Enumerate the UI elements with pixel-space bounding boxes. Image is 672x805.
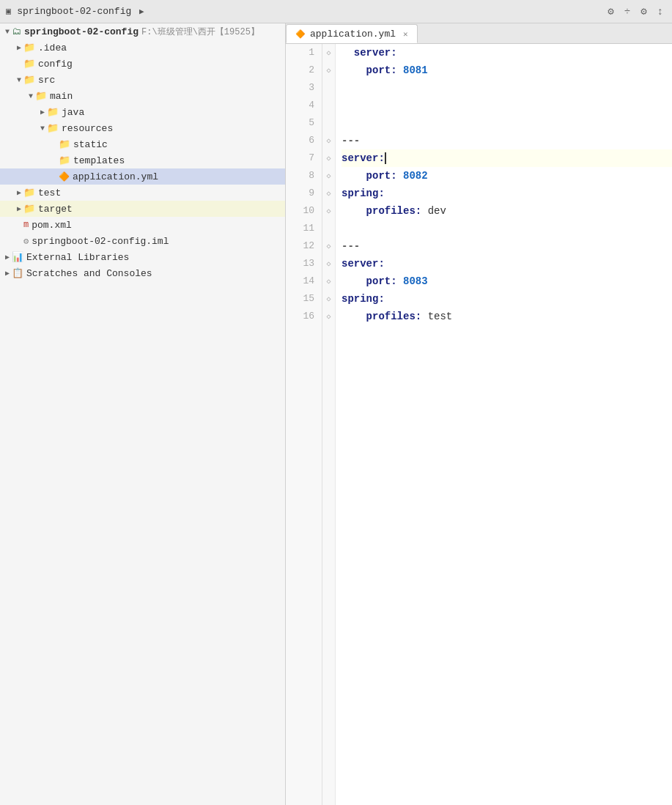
static-icon: 📁 — [59, 138, 70, 150]
title-bar: ▣ springboot-02-config ⚙ ÷ ⚙ ↕ — [0, 0, 672, 23]
target-icon: 📁 — [23, 203, 35, 215]
tree-item-application-yml[interactable]: 🔶 application.yml — [0, 168, 285, 185]
fold-9[interactable]: ◇ — [322, 185, 335, 202]
tree-item-idea[interactable]: 📁 .idea — [0, 40, 285, 56]
resources-label: resources — [62, 123, 113, 134]
code-line-16: profiles: test — [341, 308, 672, 325]
tree-item-main[interactable]: 📁 main — [0, 88, 285, 104]
divide-icon[interactable]: ÷ — [621, 4, 633, 19]
tree-item-test[interactable]: 📁 test — [0, 185, 285, 201]
gutter-3 — [322, 79, 335, 97]
gutter-5 — [322, 114, 335, 132]
tree-item-scratches[interactable]: 📋 Scratches and Consoles — [0, 265, 285, 281]
java-label: java — [62, 107, 84, 118]
tab-application-yml[interactable]: 🔶 application.yml ✕ — [286, 24, 418, 43]
expand-icon[interactable]: ↕ — [654, 4, 666, 19]
gutter-11 — [322, 220, 335, 237]
tree-item-java[interactable]: 📁 java — [0, 104, 285, 120]
code-line-12: --- — [341, 237, 672, 255]
pom-label: pom.xml — [32, 220, 72, 231]
resources-icon: 📁 — [47, 122, 59, 134]
tree-item-templates[interactable]: 📁 templates — [0, 152, 285, 168]
root-arrow — [3, 28, 12, 36]
fold-6[interactable]: ◇ — [322, 132, 335, 149]
config-label: config — [38, 59, 73, 70]
fold-12[interactable]: ◇ — [322, 237, 335, 255]
target-label: target — [38, 204, 73, 215]
code-line-15: spring: — [341, 290, 672, 308]
fold-7[interactable]: ◇ — [322, 149, 335, 167]
java-icon: 📁 — [47, 106, 59, 118]
iml-label: springboot-02-config.iml — [32, 236, 169, 247]
iml-icon: ⚙ — [23, 236, 29, 247]
settings-icon[interactable]: ⚙ — [638, 4, 649, 19]
code-line-9: spring: — [341, 185, 672, 202]
root-label: springboot-02-config — [24, 26, 139, 37]
code-area[interactable]: server: port: 8081 --- server: — [336, 44, 672, 805]
fold-1[interactable]: ◇ — [322, 44, 335, 62]
app-yml-icon: 🔶 — [59, 171, 70, 182]
main-label: main — [50, 91, 73, 102]
code-line-1: server: — [341, 44, 672, 62]
code-line-2: port: 8081 — [341, 62, 672, 79]
sync-icon[interactable]: ⚙ — [605, 4, 616, 19]
ext-libs-arrow — [3, 253, 12, 261]
code-line-10: profiles: dev — [341, 202, 672, 220]
fold-16[interactable]: ◇ — [322, 308, 335, 325]
code-line-11 — [341, 220, 672, 237]
tree-item-pom[interactable]: m pom.xml — [0, 217, 285, 233]
code-line-3 — [341, 79, 672, 97]
fold-15[interactable]: ◇ — [322, 290, 335, 308]
idea-arrow — [15, 43, 23, 52]
templates-label: templates — [73, 155, 125, 166]
tree-item-resources[interactable]: 📁 resources — [0, 120, 285, 136]
idea-icon: 📁 — [23, 42, 35, 53]
project-title: springboot-02-config — [17, 6, 131, 17]
tree-item-static[interactable]: 📁 static — [0, 136, 285, 152]
ext-libs-label: External Libraries — [26, 252, 129, 263]
tree-item-config[interactable]: 📁 config — [0, 56, 285, 72]
src-label: src — [38, 75, 55, 86]
scratches-label: Scratches and Consoles — [26, 268, 152, 279]
tab-close-icon[interactable]: ✕ — [403, 29, 408, 39]
gutter: ◇ ◇ ◇ ◇ ◇ ◇ ◇ ◇ ◇ ◇ ◇ ◇ — [322, 44, 336, 805]
config-icon: 📁 — [23, 58, 35, 70]
root-path: F:\班级管理\西开【19525】 — [141, 26, 259, 38]
code-line-6: --- — [341, 132, 672, 149]
tree-item-target[interactable]: 📁 target — [0, 201, 285, 217]
fold-10[interactable]: ◇ — [322, 202, 335, 220]
static-label: static — [73, 139, 108, 150]
tree-item-external-libs[interactable]: 📊 External Libraries — [0, 249, 285, 265]
code-line-4 — [341, 97, 672, 114]
dropdown-arrow[interactable] — [137, 7, 146, 16]
scratches-icon: 📋 — [12, 267, 23, 279]
code-line-7: server: — [341, 149, 672, 167]
tree-item-src[interactable]: 📁 src — [0, 72, 285, 88]
fold-14[interactable]: ◇ — [322, 272, 335, 290]
tab-bar: 🔶 application.yml ✕ — [286, 23, 672, 44]
line-numbers: 1 2 3 4 5 6 7 8 9 10 11 12 13 14 15 16 — [286, 44, 322, 805]
tree-root[interactable]: 🗂 springboot-02-config F:\班级管理\西开【19525】 — [0, 23, 285, 40]
test-icon: 📁 — [23, 187, 35, 199]
resources-arrow — [38, 125, 47, 133]
root-folder-icon: 🗂 — [12, 26, 21, 37]
code-line-14: port: 8083 — [341, 272, 672, 290]
test-arrow — [15, 188, 23, 197]
tab-label: application.yml — [310, 29, 396, 40]
target-arrow — [15, 204, 23, 213]
editor-content[interactable]: 1 2 3 4 5 6 7 8 9 10 11 12 13 14 15 16 ◇… — [286, 44, 672, 805]
java-arrow — [38, 108, 47, 116]
fold-8[interactable]: ◇ — [322, 167, 335, 185]
main-icon: 📁 — [35, 90, 47, 102]
scratches-arrow — [3, 269, 12, 278]
app-yml-label: application.yml — [73, 171, 158, 182]
ext-libs-icon: 📊 — [12, 251, 23, 263]
tree-item-iml[interactable]: ⚙ springboot-02-config.iml — [0, 233, 285, 249]
fold-13[interactable]: ◇ — [322, 255, 335, 272]
code-line-8: port: 8082 — [341, 167, 672, 185]
tab-yml-icon: 🔶 — [295, 29, 306, 39]
main-arrow — [26, 92, 35, 100]
code-line-5 — [341, 114, 672, 132]
fold-2[interactable]: ◇ — [322, 62, 335, 79]
idea-label: .idea — [38, 42, 67, 53]
